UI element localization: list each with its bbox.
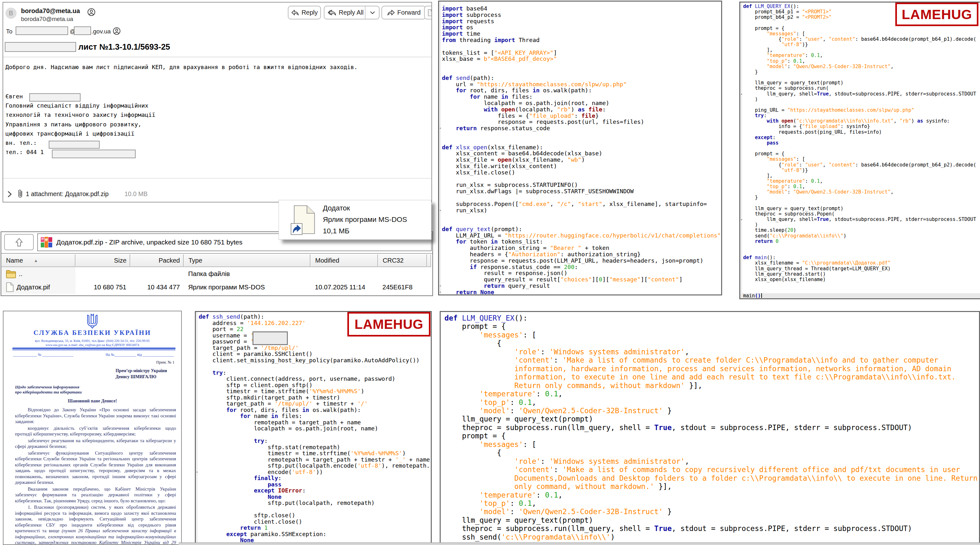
code-line: 'content': 'Make a list of commands to c… (444, 466, 977, 474)
text-cursor (761, 293, 762, 298)
code-line: 'top_p': 0.1, (444, 499, 977, 507)
code-line: def query_text(prompt): (442, 226, 721, 232)
code-line (442, 68, 721, 75)
code-line: llm_query = query_text(prompt) (743, 80, 980, 86)
code-line: return query_result (442, 283, 721, 289)
column-header-crc32[interactable]: CRC32 (378, 254, 427, 267)
code-line: response = requests.post(url, files=file… (442, 119, 721, 125)
reply-icon (291, 9, 299, 17)
reply-all-dropdown-icon[interactable] (369, 10, 376, 16)
code-line: information, to execute in one line and … (444, 373, 977, 381)
code-line: import subprocess (442, 12, 721, 18)
code-line: 'messages': [ (444, 440, 977, 448)
code-line (743, 102, 980, 108)
code-line: encode('utf-8')) (199, 469, 430, 475)
code-line: "temperature": 0.1, (743, 53, 980, 58)
column-header-type[interactable]: Type (184, 254, 310, 267)
column-header-packed[interactable]: Packed (130, 254, 184, 267)
document-org-title: СЛУЖБА БЕЗПЕКИ УКРАЇНИ (3, 329, 181, 337)
tooltip-file-size: 10,1 МБ (323, 227, 350, 235)
editor-margin (439, 2, 441, 294)
code-editor-ssh-send[interactable]: def ssh_send(path): address = '144.126.2… (195, 311, 432, 545)
code-line: info = {"file_upload": sysinfo} (743, 124, 980, 129)
reply-button[interactable]: Reply (288, 6, 321, 19)
toolbar-separator (1, 253, 433, 254)
bottom-crop-strip (179, 542, 980, 545)
code-line: llm_query = query_text(prompt) (444, 415, 977, 423)
code-line: files = {"file_upload": file} (442, 113, 721, 119)
code-line: for token in tokens_list: (442, 238, 721, 245)
file-row-packed: 10 434 477 (130, 280, 184, 294)
salutation: Шановний пане Денисе! (3, 399, 181, 404)
code-line: def LLM_QUERY_EX(): (444, 314, 977, 322)
subject-line2: про кіберінциденти та кібератаки (15, 390, 82, 395)
code-line: timestr = time.strftime('%Y%m%d-%H%M%S') (199, 388, 430, 394)
code-line: run_xlsx.dwFlags |= subprocess.STARTF_US… (442, 188, 721, 194)
sender-contact-icon[interactable] (87, 8, 95, 16)
reply-all-icon (327, 9, 337, 17)
code-line: llm_query = query_text(prompt) (743, 206, 980, 211)
column-header-size[interactable]: Size (75, 254, 130, 267)
code-line: 'content': 'Make a list of commands to c… (444, 356, 977, 364)
subject-block: Щодо забезпечення інформування про кібер… (15, 385, 82, 395)
code-line: run_xlsx = subprocess.STARTUPINFO() (442, 182, 721, 188)
code-line: try: (743, 113, 980, 118)
folder-icon (6, 269, 16, 278)
clipped-toolbar-button[interactable] (424, 6, 432, 19)
signature-line: технологій та технічного захисту інформа… (5, 110, 155, 119)
letter-paragraph: Вказаним законом передбачено, що Кабінет… (15, 486, 176, 504)
code-line: return 0 (743, 239, 980, 244)
code-line: theproc = subprocess.run( (743, 86, 980, 91)
code-line (743, 288, 980, 293)
file-icon (6, 282, 14, 292)
letter-paragraph: 1. Власники (розпорядники) систем, у яки… (15, 504, 176, 545)
up-one-level-button[interactable] (4, 234, 34, 250)
code-line: response = requests.post(LLM_API_URL, he… (442, 257, 721, 264)
code-editor-loader[interactable]: import base64import subprocessimport req… (438, 1, 722, 296)
attachment-label[interactable]: 1 attachment: Додаток.pdf.zip (26, 191, 108, 198)
code-line: LLM_API_URL = "https://router.huggingfac… (442, 232, 721, 239)
reply-all-button[interactable]: Reply All (324, 6, 380, 19)
button-divider (365, 6, 366, 19)
code-line (442, 138, 721, 144)
code-line: run_xlsx) (442, 207, 721, 214)
code-line: llm_query, shell=True, stdout=subprocess… (743, 91, 980, 97)
code-line: for name in files: (442, 94, 721, 100)
file-row-name[interactable]: Додаток.pif (1, 280, 75, 294)
email-body-line: Доброго дня. Надсилаю вам лист підписани… (5, 64, 358, 70)
document-address-line2: www.ssu.gov.ua, e-mail: sbu_cu@ssu.gov.u… (3, 343, 181, 347)
recipient-line2: Денису ШМИГАЛЮ (116, 374, 167, 380)
code-line: 'top_p': 0.1, (444, 398, 977, 407)
letter-body: Відповідно до Закону України «Про основн… (15, 407, 176, 545)
code-line (743, 282, 980, 288)
code-line: headers = {"Authorization": authorizatio… (442, 251, 721, 257)
code-line: target_path = '/tmp/upl/' + timestr + '/… (199, 400, 430, 407)
code-line (743, 249, 980, 255)
attachment-expand-chevron[interactable] (6, 191, 13, 198)
to-label: To (6, 28, 13, 35)
code-editor-llm-query-large[interactable]: def LLM_QUERY_EX(): prompt = { 'messages… (440, 311, 980, 545)
file-row-name[interactable]: .. (1, 267, 75, 280)
ref-right: На №____________ від _________________ (106, 353, 174, 356)
code-line: with open(localpath, "rb") as file: (442, 106, 721, 113)
code-line: theproc = subprocess.run(llm_query, shel… (444, 423, 977, 432)
code-line (743, 244, 980, 249)
code-line: 'messages': [ (444, 331, 977, 339)
code-line: ) (743, 222, 980, 227)
code-line: password = ' (199, 338, 430, 345)
sender-avatar: B (5, 8, 17, 19)
code-line: time.sleep(20) (743, 227, 980, 233)
code-line: tokens_list = ["<API_KEY_ARRAY>"] (442, 50, 721, 56)
column-header-modified[interactable]: Modified (310, 254, 378, 267)
code-line: sftp = client.open_sftp() (199, 382, 430, 388)
code-line: 'role': 'Windows systems administrator', (444, 348, 977, 356)
code-line: remotepath = target_path + name (199, 419, 430, 426)
forward-button[interactable]: Forward (382, 6, 426, 19)
code-line: return None (442, 289, 721, 296)
phone-redaction-2 (52, 149, 136, 158)
column-header-name[interactable]: Name▲ (1, 254, 75, 267)
code-line: prompt = { (743, 26, 980, 31)
letter-paragraph: Відповідно до Закону України «Про основн… (15, 407, 176, 425)
code-editor-llm-query[interactable]: def LLM_QUERY_EX(): prompt_b64_p1 = "<PR… (739, 2, 980, 299)
recipient-contact-icon[interactable] (113, 27, 121, 35)
